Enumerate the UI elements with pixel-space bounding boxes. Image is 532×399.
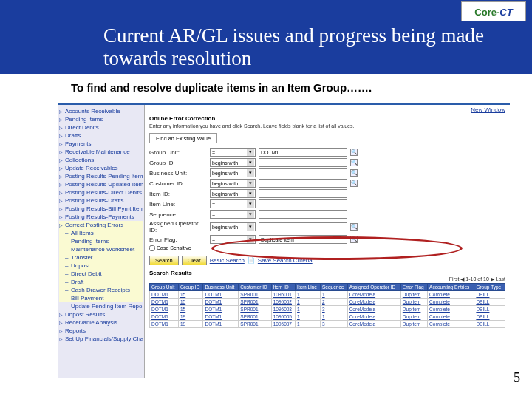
table-row[interactable]: DOTM119DOTM1SPR001109500511CoreModelaDup… bbox=[150, 313, 505, 321]
table-row[interactable]: DOTM115DOTM1SPR001109500111CoreModelaDup… bbox=[150, 291, 505, 299]
value-input[interactable] bbox=[259, 210, 347, 219]
operator-select[interactable]: begins with bbox=[210, 222, 256, 231]
table-cell[interactable]: DOTM1 bbox=[203, 313, 239, 321]
value-input[interactable] bbox=[259, 168, 347, 177]
column-header[interactable]: Error Flag bbox=[400, 284, 427, 291]
table-cell[interactable]: SPR001 bbox=[239, 306, 271, 313]
table-cell[interactable]: 19 bbox=[178, 321, 203, 328]
sidebar-item[interactable]: Unpost Results bbox=[59, 310, 143, 318]
results-nav[interactable]: First ◀ 1-10 of 10 ▶ Last bbox=[149, 276, 505, 282]
table-cell[interactable]: 1 bbox=[296, 291, 321, 299]
sidebar-item[interactable]: Draft bbox=[59, 278, 143, 286]
sidebar-item[interactable]: Posting Results-Pending Items bbox=[59, 172, 143, 180]
sidebar-item[interactable]: Unpost bbox=[59, 262, 143, 270]
sidebar-item[interactable]: Posting Results-Bill Pymt Items bbox=[59, 205, 143, 213]
table-cell[interactable]: 1095005 bbox=[271, 313, 295, 321]
column-header[interactable]: Group Type bbox=[474, 284, 505, 291]
table-cell[interactable]: SPR001 bbox=[239, 291, 271, 299]
table-cell[interactable]: DBILL bbox=[474, 291, 505, 299]
sidebar-item[interactable]: All Items bbox=[59, 229, 143, 237]
sidebar-item[interactable]: Direct Debits bbox=[59, 123, 143, 132]
table-cell[interactable]: 1 bbox=[296, 306, 321, 313]
lookup-icon[interactable]: 🔍 bbox=[350, 223, 358, 231]
sidebar-item[interactable]: Posting Results-Drafts bbox=[59, 197, 143, 205]
lookup-icon[interactable]: 🔍 bbox=[350, 159, 358, 166]
sidebar-item[interactable]: Transfer bbox=[59, 253, 143, 262]
table-row[interactable]: DOTM115DOTM1SPR001109500313CoreModelaDup… bbox=[150, 306, 505, 313]
sidebar-item[interactable]: Reports bbox=[59, 327, 143, 335]
table-cell[interactable]: 1 bbox=[321, 313, 348, 321]
value-input[interactable] bbox=[259, 179, 347, 188]
table-cell[interactable]: 1095003 bbox=[271, 306, 295, 313]
sidebar-item[interactable]: Drafts bbox=[59, 132, 143, 140]
sidebar-item[interactable]: Collections bbox=[59, 156, 143, 164]
table-cell[interactable]: DOTM1 bbox=[150, 313, 179, 321]
table-cell[interactable]: DOTM1 bbox=[150, 321, 179, 328]
table-cell[interactable]: CoreModela bbox=[347, 306, 400, 313]
lookup-icon[interactable]: 🔍 bbox=[350, 236, 358, 243]
table-cell[interactable]: DOTM1 bbox=[203, 291, 239, 299]
sidebar-item[interactable]: Correct Posting Errors bbox=[59, 221, 143, 229]
table-row[interactable]: DOTM115DOTM1SPR001109500212CoreModelaDup… bbox=[150, 299, 505, 306]
table-cell[interactable]: DOTM1 bbox=[203, 299, 239, 306]
value-input[interactable] bbox=[259, 200, 347, 208]
table-cell[interactable]: DBILL bbox=[474, 321, 505, 328]
table-cell[interactable]: DupItem bbox=[400, 321, 427, 328]
table-cell[interactable]: 19 bbox=[178, 313, 203, 321]
table-cell[interactable]: DBILL bbox=[474, 299, 505, 306]
table-cell[interactable]: Complete bbox=[428, 313, 474, 321]
table-cell[interactable]: DBILL bbox=[474, 313, 505, 321]
table-cell[interactable]: SPR001 bbox=[239, 313, 271, 321]
sidebar-item[interactable]: Receivable Analysis bbox=[59, 318, 143, 327]
table-cell[interactable]: Complete bbox=[428, 291, 474, 299]
column-header[interactable]: Accounting Entries bbox=[428, 284, 474, 291]
column-header[interactable]: Assigned Operator ID bbox=[347, 284, 400, 291]
table-cell[interactable]: DupItem bbox=[400, 313, 427, 321]
sidebar-item[interactable]: Direct Debit bbox=[59, 270, 143, 278]
clear-button[interactable]: Clear bbox=[182, 256, 207, 265]
value-input[interactable] bbox=[259, 222, 347, 231]
table-cell[interactable]: 1095002 bbox=[271, 299, 295, 306]
table-cell[interactable]: DupItem bbox=[400, 306, 427, 313]
sidebar-item[interactable]: Update Receivables bbox=[59, 164, 143, 172]
save-search-link[interactable]: Save Search Criteria bbox=[258, 257, 313, 264]
operator-select[interactable]: = bbox=[210, 148, 256, 157]
table-cell[interactable]: 1 bbox=[321, 291, 348, 299]
sidebar-item[interactable]: Posting Results-Payments bbox=[59, 213, 143, 221]
column-header[interactable]: Item ID bbox=[271, 284, 295, 291]
table-cell[interactable]: Complete bbox=[428, 299, 474, 306]
column-header[interactable]: Group ID bbox=[178, 284, 203, 291]
sidebar-item[interactable]: Maintenance Worksheet bbox=[59, 245, 143, 253]
sidebar-item[interactable]: Set Up Financials/Supply Chain bbox=[59, 335, 143, 343]
table-cell[interactable]: 15 bbox=[178, 306, 203, 313]
table-cell[interactable]: SPR001 bbox=[239, 299, 271, 306]
sidebar-item[interactable]: Pending Items bbox=[59, 115, 143, 123]
value-input[interactable] bbox=[259, 158, 347, 167]
operator-select[interactable]: = bbox=[210, 200, 256, 208]
table-cell[interactable]: DOTM1 bbox=[150, 299, 179, 306]
table-cell[interactable]: DOTM1 bbox=[203, 306, 239, 313]
column-header[interactable]: Sequence bbox=[321, 284, 348, 291]
table-cell[interactable]: CoreModela bbox=[347, 313, 400, 321]
sidebar-item[interactable]: Bill Payment bbox=[59, 294, 143, 302]
lookup-icon[interactable]: 🔍 bbox=[350, 169, 358, 177]
tab-find-existing[interactable]: Find an Existing Value bbox=[149, 133, 217, 143]
sidebar-item[interactable]: Update Pending Item Report bbox=[59, 302, 143, 310]
table-cell[interactable]: 1095001 bbox=[271, 291, 295, 299]
table-cell[interactable]: Complete bbox=[428, 306, 474, 313]
case-sensitive-checkbox[interactable] bbox=[149, 245, 155, 251]
table-cell[interactable]: SPR001 bbox=[239, 321, 271, 328]
table-cell[interactable]: DOTM1 bbox=[150, 306, 179, 313]
sidebar-item[interactable]: Pending Items bbox=[59, 237, 143, 245]
value-input[interactable]: DOTM1 bbox=[259, 148, 347, 157]
basic-search-link[interactable]: Basic Search bbox=[210, 257, 245, 264]
table-cell[interactable]: DOTM1 bbox=[150, 291, 179, 299]
operator-select[interactable]: begins with bbox=[210, 158, 256, 167]
search-button[interactable]: Search bbox=[149, 256, 179, 265]
column-header[interactable]: Customer ID bbox=[239, 284, 271, 291]
table-cell[interactable]: DupItem bbox=[400, 291, 427, 299]
table-cell[interactable]: DupItem bbox=[400, 299, 427, 306]
value-input[interactable] bbox=[259, 189, 347, 198]
sidebar-item[interactable]: Posting Results-Direct Debits bbox=[59, 188, 143, 197]
table-cell[interactable]: 2 bbox=[321, 299, 348, 306]
